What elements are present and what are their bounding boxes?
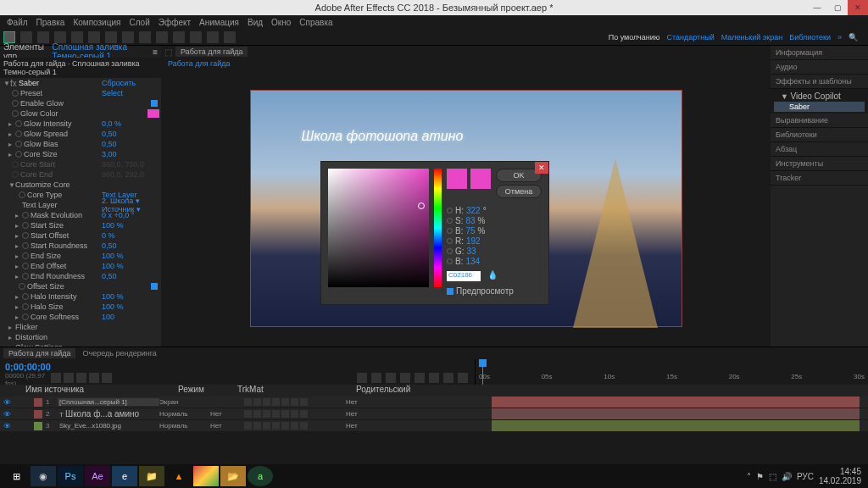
audio-panel[interactable]: Аудио: [771, 60, 868, 75]
effects-panel[interactable]: Эффекты и шаблоны: [771, 75, 868, 89]
eyedropper-icon[interactable]: 💧: [487, 270, 498, 280]
comp-tab[interactable]: Работа для гайда: [175, 47, 248, 57]
start-button[interactable]: ⊞: [3, 466, 29, 486]
tl-ico[interactable]: [51, 373, 61, 383]
tray-net-icon[interactable]: ⬚: [769, 472, 776, 481]
paragraph-panel[interactable]: Абзац: [771, 142, 868, 157]
hue-slider[interactable]: [434, 169, 442, 287]
tray-lang[interactable]: РУС: [797, 472, 814, 481]
tl-ctrl-icon[interactable]: [429, 373, 439, 383]
workspace-more-icon[interactable]: »: [837, 33, 842, 42]
g-radio[interactable]: [447, 248, 453, 254]
menu-layer[interactable]: Слой: [125, 18, 153, 27]
menu-composition[interactable]: Композиция: [70, 18, 124, 27]
layer-name[interactable]: [Сплошная...серый 1]: [58, 398, 159, 406]
layer-color-swatch[interactable]: [34, 398, 42, 407]
brush-tool-icon[interactable]: [156, 31, 168, 43]
s-value[interactable]: 83: [465, 216, 475, 225]
hand-tool-icon[interactable]: [20, 31, 32, 43]
comp-breadcrumb[interactable]: Работа для гайда: [168, 59, 230, 68]
minimize-button[interactable]: —: [807, 0, 827, 15]
tl-ico[interactable]: [64, 373, 74, 383]
col-trkmat[interactable]: TrkMat: [237, 385, 288, 396]
workspace-libraries[interactable]: Библиотеки: [789, 33, 831, 42]
col-parent[interactable]: Родительский элемент: [356, 385, 441, 396]
shape-tool-icon[interactable]: [105, 31, 117, 43]
roto-tool-icon[interactable]: [207, 31, 219, 43]
h-value[interactable]: 322: [466, 206, 481, 215]
align-panel[interactable]: Выравнивание: [771, 114, 868, 128]
b-value[interactable]: 75: [465, 226, 475, 236]
menu-edit[interactable]: Правка: [33, 18, 69, 27]
rotate-tool-icon[interactable]: [54, 31, 66, 43]
glow-color-swatch[interactable]: [147, 109, 159, 118]
visibility-icon[interactable]: 👁: [0, 422, 14, 430]
clone-tool-icon[interactable]: [173, 31, 185, 43]
layer-bar[interactable]: [492, 408, 860, 419]
maximize-button[interactable]: ▢: [827, 0, 848, 15]
ie-icon[interactable]: e: [112, 466, 137, 486]
tray-clock[interactable]: 14:4514.02.2019: [819, 467, 861, 485]
tl-ico[interactable]: [76, 373, 86, 383]
tl-ico[interactable]: [89, 373, 99, 383]
timeline-tab[interactable]: Работа для гайда: [3, 348, 75, 358]
tl-ctrl-icon[interactable]: [400, 373, 410, 383]
explorer-icon[interactable]: 📁: [139, 466, 164, 486]
camera-tool-icon[interactable]: [71, 31, 83, 43]
text-tool-icon[interactable]: [139, 31, 151, 43]
tools-panel[interactable]: Инструменты: [771, 157, 868, 171]
menu-animation[interactable]: Анимация: [196, 18, 242, 27]
layer-color-swatch[interactable]: [34, 410, 42, 419]
aftereffects-icon[interactable]: Ae: [85, 466, 110, 486]
saber-effect-item[interactable]: Saber: [774, 102, 865, 112]
tl-ctrl-icon[interactable]: [415, 373, 425, 383]
render-queue-tab[interactable]: Очередь рендеринга: [82, 349, 156, 358]
layer-bar[interactable]: [492, 396, 860, 408]
workspace-small[interactable]: Маленький экран: [721, 33, 783, 42]
tray-vol-icon[interactable]: 🔊: [782, 472, 792, 481]
layer-color-swatch[interactable]: [34, 422, 42, 430]
g-value[interactable]: 33: [467, 247, 476, 256]
col-mode[interactable]: Режим: [178, 385, 237, 396]
sv-picker[interactable]: [328, 169, 429, 287]
search-help-icon[interactable]: 🔍: [849, 33, 858, 42]
preview-checkbox[interactable]: [447, 288, 453, 295]
workspace-default[interactable]: По умолчанию: [609, 33, 660, 42]
menu-view[interactable]: Вид: [244, 18, 266, 27]
files-icon[interactable]: 📂: [220, 466, 246, 486]
offset-size-checkbox[interactable]: [151, 283, 158, 290]
close-button[interactable]: ✕: [848, 0, 868, 15]
eraser-tool-icon[interactable]: [190, 31, 202, 43]
puppet-tool-icon[interactable]: [224, 31, 236, 43]
stopwatch-icon[interactable]: [12, 90, 19, 97]
r-radio[interactable]: [447, 238, 453, 244]
selection-tool-icon[interactable]: [3, 31, 15, 43]
bl-radio[interactable]: [447, 258, 453, 264]
layer-bar[interactable]: [492, 420, 860, 431]
cancel-button[interactable]: Отмена: [496, 185, 542, 198]
vc-folder[interactable]: ▼ Video Copilot: [774, 91, 865, 102]
effect-saber[interactable]: Saber: [19, 79, 102, 87]
col-source[interactable]: Имя источника: [0, 385, 178, 396]
visibility-icon[interactable]: 👁: [0, 398, 14, 407]
menu-file[interactable]: Файл: [3, 18, 31, 27]
hex-input[interactable]: C02186: [447, 271, 481, 281]
picker-close-button[interactable]: ✕: [535, 162, 548, 174]
tl-ctrl-icon[interactable]: [386, 373, 396, 383]
steam-icon[interactable]: ◉: [31, 466, 56, 486]
pen-tool-icon[interactable]: [122, 31, 134, 43]
timecode[interactable]: 0;00;00;00: [5, 362, 46, 372]
amino-icon[interactable]: a: [248, 466, 273, 486]
time-ruler[interactable]: 00s 05s 10s 15s 20s 25s 30s: [475, 359, 868, 385]
tl-ctrl-icon[interactable]: [371, 373, 381, 383]
bl-value[interactable]: 134: [465, 257, 480, 266]
s-radio[interactable]: [447, 218, 453, 224]
r-value[interactable]: 192: [466, 236, 481, 246]
workspace-standard[interactable]: Стандартный: [667, 33, 715, 42]
tl-ctrl-icon[interactable]: [357, 373, 367, 383]
visibility-icon[interactable]: 👁: [0, 410, 14, 419]
vlc-icon[interactable]: ▲: [166, 466, 192, 486]
photoshop-icon[interactable]: Ps: [58, 466, 83, 486]
menu-effect[interactable]: Эффект: [155, 18, 194, 27]
chrome-icon[interactable]: [193, 466, 219, 486]
